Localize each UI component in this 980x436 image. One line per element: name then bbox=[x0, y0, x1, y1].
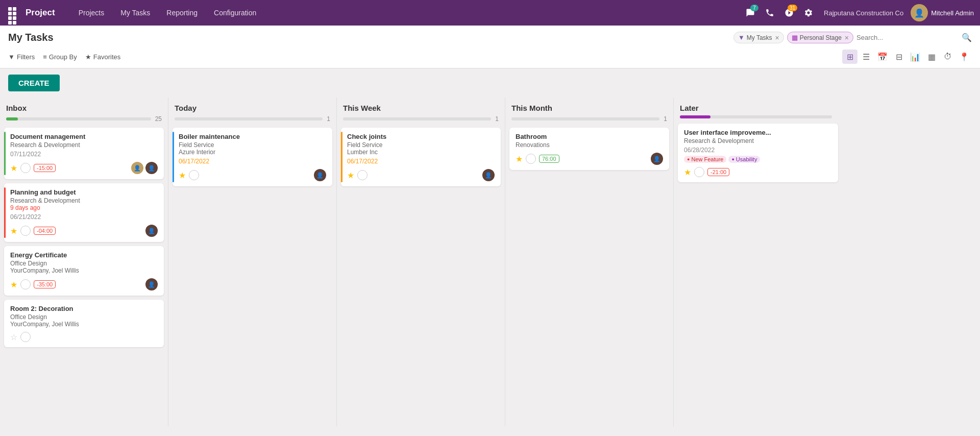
progress-bg bbox=[175, 117, 323, 120]
clock-view-btn[interactable]: ⏱ bbox=[940, 50, 955, 64]
column-progress-later bbox=[680, 115, 836, 118]
card-bar bbox=[341, 132, 342, 182]
user-avatar[interactable]: 👤 bbox=[911, 4, 928, 21]
card-left-icons: ★ bbox=[347, 170, 368, 180]
phone-icon-btn[interactable] bbox=[762, 5, 778, 21]
card-left-icons: ★ bbox=[179, 170, 199, 180]
card-right-icons: 👤 bbox=[145, 278, 158, 290]
company-name: Rajputana Construction Co bbox=[824, 9, 903, 17]
list-view-btn[interactable]: ☰ bbox=[859, 50, 874, 64]
view-switcher: ⊞ ☰ 📅 ⊟ 📊 ▦ ⏱ 📍 bbox=[842, 50, 972, 64]
map-view-btn[interactable]: 📍 bbox=[957, 50, 972, 64]
chart-view-btn[interactable]: 📊 bbox=[908, 50, 923, 64]
search-input[interactable] bbox=[856, 34, 959, 41]
filter-icon: ▼ bbox=[8, 53, 15, 61]
progress-fill bbox=[680, 115, 710, 118]
card-c4[interactable]: Room 2: Decoration Office Design YourCom… bbox=[4, 300, 164, 347]
star-icon[interactable]: ☆ bbox=[10, 332, 17, 342]
star-icon[interactable]: ★ bbox=[10, 280, 17, 289]
group-by-button[interactable]: ≡ Group By bbox=[43, 53, 77, 61]
card-footer: ★ -04:00 👤 bbox=[10, 225, 158, 237]
column-progress-today: 1 bbox=[175, 115, 330, 123]
progress-bg bbox=[343, 117, 491, 120]
status-circle[interactable] bbox=[694, 167, 704, 177]
kanban-view-btn[interactable]: ⊞ bbox=[842, 50, 857, 64]
column-count: 1 bbox=[664, 115, 667, 123]
column-header-today: Today 1 bbox=[168, 98, 336, 126]
search-icon[interactable]: 🔍 bbox=[962, 33, 972, 42]
time-badge: -21:00 bbox=[707, 168, 729, 176]
card-c3[interactable]: Energy Certificate Office Design YourCom… bbox=[4, 246, 164, 296]
star-icon[interactable]: ★ bbox=[516, 154, 523, 164]
filters-label: Filters bbox=[17, 53, 35, 61]
groupby-icon: ≡ bbox=[43, 53, 47, 61]
nav-reporting[interactable]: Reporting bbox=[158, 0, 206, 26]
star-icon[interactable]: ★ bbox=[684, 167, 691, 177]
card-sub2: Lumber Inc bbox=[347, 149, 495, 156]
star-icon[interactable]: ★ bbox=[10, 226, 17, 236]
grid-view-btn[interactable]: ⊟ bbox=[891, 50, 906, 64]
column-progress-this_week: 1 bbox=[343, 115, 499, 123]
pivot-view-btn[interactable]: ▦ bbox=[924, 50, 939, 64]
status-circle[interactable] bbox=[20, 279, 31, 289]
column-header-inbox: Inbox 25 bbox=[0, 98, 168, 126]
page-title: My Tasks bbox=[8, 32, 54, 43]
avatar-0: 👤 bbox=[314, 169, 326, 181]
card-left-icons: ★ -21:00 bbox=[684, 167, 729, 177]
my-tasks-chip-label: My Tasks bbox=[747, 34, 772, 41]
star-icon[interactable]: ★ bbox=[10, 163, 17, 173]
card-subtitle: Research & Development bbox=[10, 141, 158, 149]
card-tag: New Feature bbox=[684, 156, 726, 163]
calendar-view-btn[interactable]: 📅 bbox=[875, 50, 890, 64]
card-subtitle: Renovations bbox=[516, 141, 663, 149]
stage-icon: ▦ bbox=[792, 34, 798, 41]
card-c2[interactable]: Planning and budget Research & Developme… bbox=[4, 183, 164, 242]
apps-menu-icon[interactable] bbox=[6, 5, 21, 20]
status-circle[interactable] bbox=[20, 163, 31, 173]
column-header-this_month: This Month 1 bbox=[505, 98, 673, 126]
nav-projects[interactable]: Projects bbox=[70, 0, 113, 26]
card-title: Room 2: Decoration bbox=[10, 305, 158, 312]
chat-icon-btn[interactable]: 7 bbox=[742, 5, 758, 21]
star-icon[interactable]: ★ bbox=[347, 171, 354, 180]
nav-configuration[interactable]: Configuration bbox=[206, 0, 264, 26]
my-tasks-filter-chip[interactable]: ▼ My Tasks × bbox=[733, 32, 784, 43]
favorites-button[interactable]: ★ Favorites bbox=[85, 53, 120, 61]
top-navigation: Project Projects My Tasks Reporting Conf… bbox=[0, 0, 980, 26]
my-tasks-chip-close[interactable]: × bbox=[775, 34, 779, 41]
status-circle[interactable] bbox=[357, 170, 368, 180]
card-m1[interactable]: Bathroom Renovations ★ 76:00 👤 bbox=[509, 128, 669, 170]
column-title-later: Later bbox=[680, 104, 836, 112]
create-button[interactable]: CREATE bbox=[8, 75, 60, 91]
card-footer: ★ 👤 bbox=[347, 169, 495, 181]
card-title: Bathroom bbox=[516, 133, 663, 140]
status-circle[interactable] bbox=[20, 226, 31, 236]
progress-fill bbox=[6, 117, 18, 120]
cards-this_month: Bathroom Renovations ★ 76:00 👤 bbox=[505, 126, 673, 174]
nav-my-tasks[interactable]: My Tasks bbox=[112, 0, 158, 26]
activity-icon-btn[interactable]: 31 bbox=[781, 5, 797, 21]
card-c1[interactable]: Document management Research & Developme… bbox=[4, 128, 164, 179]
status-circle[interactable] bbox=[20, 332, 31, 342]
column-count: 25 bbox=[155, 115, 162, 123]
status-circle[interactable] bbox=[526, 154, 536, 164]
card-left-icons: ★ 76:00 bbox=[516, 154, 559, 164]
user-name[interactable]: Mitchell Admin bbox=[931, 9, 974, 17]
card-l1[interactable]: User interface improveme... Research & D… bbox=[678, 124, 838, 182]
subheader-toolbar: ▼ Filters ≡ Group By ★ Favorites ⊞ ☰ 📅 ⊟… bbox=[8, 47, 972, 68]
column-inbox: Inbox 25 Document management Research & … bbox=[0, 98, 168, 426]
app-title[interactable]: Project bbox=[26, 8, 55, 18]
card-w1[interactable]: Check joints Field Service Lumber Inc 06… bbox=[341, 128, 501, 186]
status-circle[interactable] bbox=[189, 170, 199, 180]
card-title: User interface improveme... bbox=[684, 129, 832, 136]
personal-stage-filter-chip[interactable]: ▦ Personal Stage × bbox=[787, 32, 853, 43]
avatar-0: 👤 bbox=[145, 278, 158, 290]
personal-stage-chip-close[interactable]: × bbox=[845, 34, 849, 41]
card-right-icons: 👤 bbox=[314, 169, 326, 181]
filters-button[interactable]: ▼ Filters bbox=[8, 53, 35, 61]
star-icon[interactable]: ★ bbox=[179, 171, 186, 180]
settings-icon-btn[interactable] bbox=[800, 5, 817, 21]
card-t1[interactable]: Boiler maintenance Field Service Azure I… bbox=[173, 128, 332, 186]
column-this_week: This Week 1 Check joints Field Service L… bbox=[337, 98, 505, 426]
time-badge: -04:00 bbox=[34, 227, 56, 235]
